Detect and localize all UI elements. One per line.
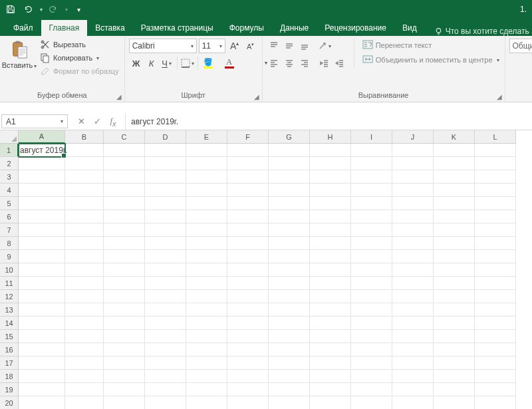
cell-D7[interactable] (145, 223, 186, 237)
cell-J15[interactable] (392, 330, 434, 343)
cell-K15[interactable] (434, 330, 475, 343)
cell-D3[interactable] (145, 170, 186, 184)
cell-C14[interactable] (104, 317, 145, 330)
cell-F6[interactable] (227, 210, 269, 223)
cell-D13[interactable] (145, 303, 186, 317)
cell-L5[interactable] (475, 197, 516, 210)
cell-A13[interactable] (19, 303, 65, 317)
cell-D12[interactable] (145, 290, 186, 303)
cell-H20[interactable] (310, 396, 351, 409)
cell-D4[interactable] (145, 184, 186, 197)
cell-E3[interactable] (186, 170, 227, 184)
cell-B5[interactable] (65, 197, 104, 210)
cell-J8[interactable] (392, 237, 434, 250)
cell-H18[interactable] (310, 370, 351, 383)
cell-D2[interactable] (145, 157, 186, 170)
cell-K8[interactable] (434, 237, 475, 250)
cell-E17[interactable] (186, 356, 227, 370)
cell-I9[interactable] (351, 250, 392, 263)
cell-L9[interactable] (475, 250, 516, 263)
orientation-button[interactable]: ▾ (317, 39, 332, 53)
cell-C7[interactable] (104, 223, 145, 237)
redo-dropdown-icon[interactable]: ▾ (63, 1, 69, 17)
number-format-select[interactable]: Общий (509, 39, 533, 53)
cell-D18[interactable] (145, 370, 186, 383)
row-header-17[interactable]: 17 (0, 356, 19, 370)
row-header-1[interactable]: 1 (0, 144, 19, 157)
grow-font-button[interactable]: A▴ (227, 39, 242, 53)
cancel-button[interactable]: ✕ (73, 114, 89, 129)
cell-F16[interactable] (227, 343, 269, 356)
tell-me[interactable]: Что вы хотите сделать (434, 27, 529, 36)
cell-I13[interactable] (351, 303, 392, 317)
cell-K6[interactable] (434, 210, 475, 223)
font-color-button[interactable]: A▾ (222, 56, 237, 70)
cell-C5[interactable] (104, 197, 145, 210)
cell-E7[interactable] (186, 223, 227, 237)
tab-insert[interactable]: Вставка (87, 20, 133, 36)
col-header-A[interactable]: A (19, 130, 65, 144)
cell-B20[interactable] (65, 396, 104, 409)
cell-B13[interactable] (65, 303, 104, 317)
cell-A11[interactable] (19, 277, 65, 290)
cell-G9[interactable] (269, 250, 310, 263)
cell-F12[interactable] (227, 290, 269, 303)
cell-A18[interactable] (19, 370, 65, 383)
cell-E4[interactable] (186, 184, 227, 197)
row-header-3[interactable]: 3 (0, 170, 19, 184)
cell-H7[interactable] (310, 223, 351, 237)
cell-A14[interactable] (19, 317, 65, 330)
cell-G10[interactable] (269, 263, 310, 277)
cell-G12[interactable] (269, 290, 310, 303)
cell-I12[interactable] (351, 290, 392, 303)
cell-C1[interactable] (104, 144, 145, 157)
cell-H10[interactable] (310, 263, 351, 277)
cell-B15[interactable] (65, 330, 104, 343)
formula-input[interactable]: август 2019г. (126, 113, 532, 130)
cell-K1[interactable] (434, 144, 475, 157)
cell-L2[interactable] (475, 157, 516, 170)
cell-I20[interactable] (351, 396, 392, 409)
cell-E12[interactable] (186, 290, 227, 303)
cell-K7[interactable] (434, 223, 475, 237)
cell-C19[interactable] (104, 383, 145, 396)
cell-B8[interactable] (65, 237, 104, 250)
cell-H16[interactable] (310, 343, 351, 356)
undo-dropdown-icon[interactable]: ▾ (37, 1, 44, 17)
cell-D10[interactable] (145, 263, 186, 277)
row-header-4[interactable]: 4 (0, 184, 19, 197)
cell-C16[interactable] (104, 343, 145, 356)
cell-F18[interactable] (227, 370, 269, 383)
cell-C11[interactable] (104, 277, 145, 290)
cell-F19[interactable] (227, 383, 269, 396)
align-center-button[interactable] (282, 56, 297, 70)
cell-D17[interactable] (145, 356, 186, 370)
cell-I7[interactable] (351, 223, 392, 237)
row-header-8[interactable]: 8 (0, 237, 19, 250)
cell-I10[interactable] (351, 263, 392, 277)
cell-B1[interactable] (65, 144, 104, 157)
cell-C6[interactable] (104, 210, 145, 223)
row-header-7[interactable]: 7 (0, 223, 19, 237)
cell-I4[interactable] (351, 184, 392, 197)
cell-H2[interactable] (310, 157, 351, 170)
cell-F5[interactable] (227, 197, 269, 210)
cell-F1[interactable] (227, 144, 269, 157)
cell-H19[interactable] (310, 383, 351, 396)
cell-K13[interactable] (434, 303, 475, 317)
fx-button[interactable]: fx (105, 114, 121, 129)
cell-K19[interactable] (434, 383, 475, 396)
italic-button[interactable]: К (144, 56, 159, 70)
cell-J14[interactable] (392, 317, 434, 330)
cell-D15[interactable] (145, 330, 186, 343)
cell-C10[interactable] (104, 263, 145, 277)
cell-J17[interactable] (392, 356, 434, 370)
cell-F20[interactable] (227, 396, 269, 409)
cell-G6[interactable] (269, 210, 310, 223)
cell-K2[interactable] (434, 157, 475, 170)
cell-I15[interactable] (351, 330, 392, 343)
enter-button[interactable]: ✓ (89, 114, 105, 129)
cell-E5[interactable] (186, 197, 227, 210)
cell-E16[interactable] (186, 343, 227, 356)
cell-D19[interactable] (145, 383, 186, 396)
